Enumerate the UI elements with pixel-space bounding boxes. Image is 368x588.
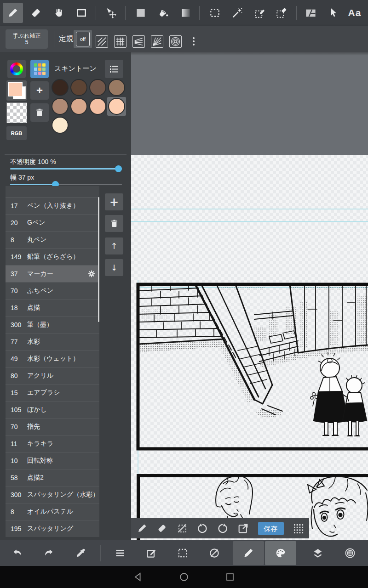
brush-item[interactable]: 77水彩 (6, 333, 99, 350)
color-swatch[interactable] (51, 78, 69, 97)
recents-button[interactable] (225, 572, 235, 582)
bucket-tool-button[interactable] (153, 3, 173, 23)
select-eraser-tool-button[interactable] (271, 3, 292, 23)
pencil-tool-button[interactable] (3, 3, 23, 23)
brush-name: スパッタリング（水彩） (27, 491, 99, 499)
select-pen-tool-button[interactable] (250, 3, 270, 23)
color-swatch[interactable] (107, 78, 126, 97)
quick-eraser-button[interactable] (156, 523, 167, 534)
brush-item[interactable]: 300スパッタリング（水彩） (6, 486, 99, 503)
draw-tool-button[interactable] (242, 547, 254, 559)
rectangle-icon (75, 7, 87, 19)
brush-item[interactable]: 49水彩（ウェット） (6, 350, 99, 367)
magic-wand-tool-button[interactable] (227, 3, 247, 23)
cursor-tool-button[interactable] (323, 3, 344, 23)
palette-list-button[interactable] (105, 60, 123, 78)
brush-item[interactable]: 70指先 (6, 418, 99, 435)
brush-item[interactable]: 195スパッタリング (6, 520, 99, 537)
browser-button[interactable] (344, 547, 356, 559)
shape-tool-button[interactable] (71, 3, 92, 23)
layers-button[interactable] (312, 547, 324, 559)
palette-grid-button[interactable] (30, 60, 49, 78)
brush-item[interactable]: 11キラキラ (6, 435, 99, 452)
color-swatch[interactable] (69, 97, 88, 116)
canvas-viewport[interactable]: 保存 (131, 52, 368, 540)
brush-move-down-button[interactable]: ↓ (105, 259, 123, 276)
select-rect-tool-button[interactable] (205, 3, 225, 23)
brush-name: ふちペン (27, 287, 99, 295)
move-tool-button[interactable] (101, 3, 121, 23)
deselect-button[interactable] (177, 523, 188, 534)
edit-canvas-button[interactable] (145, 547, 157, 559)
brush-item[interactable]: 105ぼかし (6, 401, 99, 418)
back-button[interactable] (133, 572, 143, 582)
export-button[interactable] (237, 523, 249, 534)
color-swatch[interactable] (107, 97, 126, 116)
color-swatch[interactable] (51, 97, 69, 116)
diagonal-ruler-button[interactable] (96, 35, 108, 48)
color-swatch[interactable] (88, 97, 107, 116)
brush-list-scrollbar[interactable] (98, 197, 99, 322)
brush-item[interactable]: 300筆（墨） (6, 316, 99, 333)
brush-item[interactable]: 80アクリル (6, 367, 99, 384)
brush-item-partial[interactable] (6, 186, 99, 198)
quick-pencil-button[interactable] (137, 523, 148, 534)
color-swatch[interactable] (51, 116, 69, 135)
rotate-ccw-button[interactable] (196, 523, 208, 534)
brush-item[interactable]: 8オイルパステル (6, 503, 99, 520)
color-square-button[interactable] (131, 3, 151, 23)
hand-tool-button[interactable] (49, 3, 69, 23)
current-color-button[interactable] (6, 80, 27, 101)
color-panel-button[interactable] (275, 547, 287, 559)
palette-grid-icon (34, 63, 46, 75)
select-button[interactable] (177, 547, 189, 559)
save-button[interactable]: 保存 (258, 522, 284, 535)
rotate-cw-button[interactable] (217, 523, 229, 534)
brush-item[interactable]: 18点描 (6, 299, 99, 316)
brush-settings-icon[interactable] (87, 270, 96, 278)
menu-button[interactable] (114, 547, 126, 559)
color-wheel-button[interactable] (7, 60, 26, 78)
delete-color-button[interactable] (30, 103, 49, 122)
divide-frame-tool-button[interactable] (300, 3, 321, 23)
home-button[interactable] (179, 572, 189, 582)
radial-ruler-button[interactable] (151, 35, 163, 48)
divider (100, 545, 101, 561)
overflow-menu-button[interactable] (190, 35, 197, 47)
brush-name: ペン（入り抜き） (27, 202, 99, 210)
brush-move-up-button[interactable]: ↑ (105, 237, 123, 254)
opacity-slider-thumb[interactable] (115, 165, 122, 172)
text-tool-button[interactable]: Aa (345, 3, 365, 23)
eyedropper-button[interactable] (75, 547, 87, 559)
color-swatch[interactable] (88, 78, 107, 97)
perspective-ruler-button[interactable] (132, 35, 145, 48)
rgb-button[interactable]: RGB (6, 126, 27, 140)
arrow-up-icon: ↑ (110, 241, 117, 251)
brush-item[interactable]: 17ペン（入り抜き） (6, 197, 99, 214)
material-button[interactable] (208, 547, 220, 559)
transparent-color-button[interactable] (6, 102, 27, 123)
eraser-tool-button[interactable] (26, 3, 46, 23)
brush-item[interactable]: 8丸ペン (6, 231, 99, 248)
delete-brush-button[interactable] (105, 215, 123, 232)
color-swatch[interactable] (69, 78, 88, 97)
ruler-off-button[interactable]: off (74, 30, 92, 48)
width-slider[interactable] (10, 184, 122, 185)
grid-ruler-button[interactable] (114, 35, 126, 48)
brush-item[interactable]: 70ふちペン (6, 282, 99, 299)
brush-item[interactable]: 149鉛筆（ざらざら） (6, 248, 99, 265)
workspace-grid-button[interactable] (293, 523, 304, 534)
brush-item[interactable]: 37マーカー (6, 265, 99, 282)
opacity-slider[interactable] (10, 168, 122, 170)
add-brush-button[interactable]: + (105, 193, 123, 210)
brush-item[interactable]: 58点描2 (6, 469, 99, 486)
add-color-button[interactable]: + (30, 81, 49, 100)
stabilizer-button[interactable]: 手ぶれ補正 5 (6, 29, 48, 49)
brush-item[interactable]: 15エアブラシ (6, 384, 99, 401)
gradient-tool-button[interactable] (176, 3, 196, 23)
concentric-ruler-button[interactable] (169, 35, 182, 48)
redo-button[interactable] (43, 547, 55, 559)
undo-button[interactable] (12, 547, 23, 559)
brush-item[interactable]: 20Gペン (6, 214, 99, 231)
brush-item[interactable]: 10回転対称 (6, 452, 99, 469)
